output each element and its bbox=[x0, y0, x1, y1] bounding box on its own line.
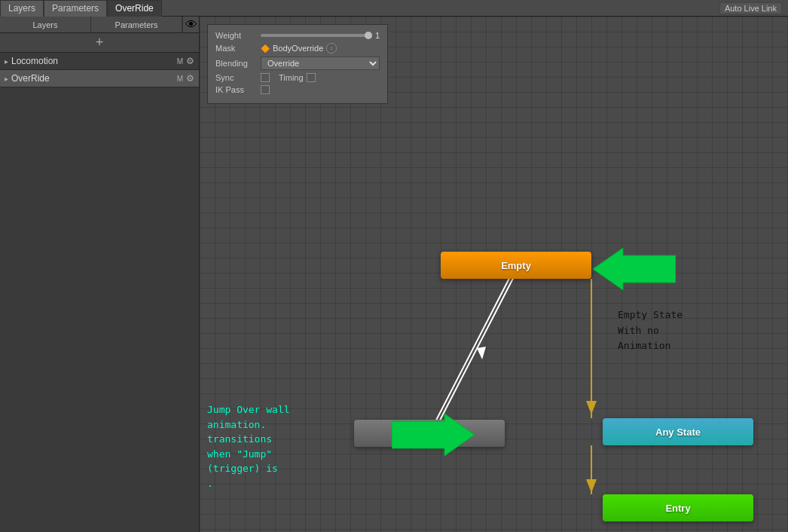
eye-icon-btn[interactable]: 👁 bbox=[182, 17, 199, 32]
gear-icon-override[interactable]: ⚙ bbox=[186, 73, 194, 84]
mask-value: BodyOverride bbox=[273, 44, 323, 53]
props-panel: Weight 1 Mask 🔶 BodyOverride ○ Blending … bbox=[207, 24, 388, 104]
weight-slider-wrap: 1 bbox=[261, 31, 380, 40]
timing-checkbox[interactable] bbox=[307, 73, 316, 82]
mask-icon: 🔶 bbox=[261, 44, 270, 53]
state-node-empty[interactable]: Empty bbox=[441, 252, 591, 279]
weight-row: Weight 1 bbox=[215, 31, 380, 40]
sidebar-tab-layers[interactable]: Layers bbox=[0, 17, 91, 32]
layer-m-override: M bbox=[177, 75, 183, 83]
svg-marker-8 bbox=[593, 248, 676, 290]
tab-override[interactable]: OverRide bbox=[107, 0, 162, 17]
blending-label: Blending bbox=[215, 59, 261, 68]
tab-parameters[interactable]: Parameters bbox=[44, 0, 107, 17]
state-node-anystate[interactable]: Any State bbox=[603, 418, 753, 445]
collapse-icon-override: ▸ bbox=[5, 75, 8, 83]
layer-item-locomotion[interactable]: ▸ Locomotion M ⚙ bbox=[0, 53, 199, 70]
mask-circle-btn[interactable]: ○ bbox=[326, 43, 337, 54]
weight-label: Weight bbox=[215, 31, 261, 40]
layer-name-override: OverRide bbox=[11, 73, 177, 84]
state-entry-label: Entry bbox=[665, 503, 690, 514]
sidebar: Layers Parameters 👁 + ▸ Locomotion M ⚙ ▸… bbox=[0, 17, 200, 532]
top-bar: Layers Parameters OverRide Auto Live Lin… bbox=[0, 0, 788, 17]
mask-label: Mask bbox=[215, 44, 261, 53]
ikpass-checkbox[interactable] bbox=[261, 85, 270, 94]
blending-row: Blending Override bbox=[215, 57, 380, 70]
sync-label: Sync bbox=[215, 73, 261, 82]
canvas-area[interactable]: Weight 1 Mask 🔶 BodyOverride ○ Blending … bbox=[200, 17, 788, 532]
sidebar-tab-parameters[interactable]: Parameters bbox=[91, 17, 182, 32]
arrow-right-green bbox=[392, 414, 475, 456]
arrow-left-green bbox=[593, 248, 676, 290]
sidebar-tabs: Layers Parameters 👁 bbox=[0, 17, 199, 33]
state-node-entry[interactable]: Entry bbox=[603, 494, 753, 521]
svg-marker-7 bbox=[392, 414, 475, 456]
weight-value: 1 bbox=[375, 31, 380, 40]
add-layer-button[interactable]: + bbox=[0, 33, 199, 53]
ikpass-row: IK Pass bbox=[215, 85, 380, 94]
eye-icon: 👁 bbox=[185, 18, 197, 32]
ikpass-label: IK Pass bbox=[215, 85, 261, 94]
auto-live-link-button[interactable]: Auto Live Link bbox=[719, 2, 782, 14]
mask-row: Mask 🔶 BodyOverride ○ bbox=[215, 43, 380, 54]
sync-row: Sync Timing bbox=[215, 73, 380, 82]
state-anystate-label: Any State bbox=[655, 427, 701, 438]
tab-layers[interactable]: Layers bbox=[0, 0, 44, 17]
weight-slider[interactable] bbox=[261, 34, 372, 37]
weight-slider-thumb bbox=[365, 32, 372, 39]
layer-item-override[interactable]: ▸ OverRide M ⚙ bbox=[0, 70, 199, 87]
layer-m-locomotion: M bbox=[177, 57, 183, 66]
gear-icon-locomotion[interactable]: ⚙ bbox=[186, 56, 194, 66]
timing-label: Timing bbox=[279, 73, 304, 82]
blending-select[interactable]: Override bbox=[261, 57, 380, 70]
sync-checkbox[interactable] bbox=[261, 73, 270, 82]
main-area: Layers Parameters 👁 + ▸ Locomotion M ⚙ ▸… bbox=[0, 17, 788, 532]
collapse-icon: ▸ bbox=[5, 57, 8, 66]
state-empty-label: Empty bbox=[501, 260, 531, 271]
layer-name-locomotion: Locomotion bbox=[11, 56, 177, 66]
